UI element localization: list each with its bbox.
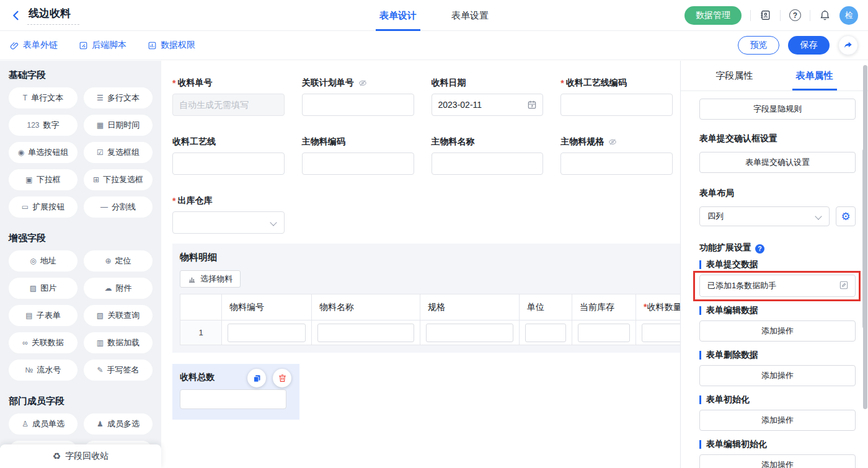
field-control[interactable] [432, 94, 544, 116]
sidebar-item[interactable]: ▨图片 [9, 278, 78, 299]
sidebar-item[interactable]: ✎手写签名 [84, 360, 153, 381]
field-control[interactable] [302, 94, 414, 116]
sidebar-item[interactable]: ▥数据加载 [84, 332, 153, 353]
selected-field-block[interactable]: 收料总数 [172, 364, 299, 420]
selected-field-input[interactable] [180, 390, 286, 408]
copy-field-button[interactable] [247, 369, 266, 387]
field-input[interactable] [432, 94, 543, 115]
form-layout-select[interactable]: 四列 [699, 206, 830, 226]
field-input[interactable] [432, 153, 543, 174]
form-field[interactable]: 关联计划单号 [302, 77, 414, 116]
field-control[interactable] [172, 94, 285, 116]
page-title[interactable]: 线边收料 [27, 6, 79, 25]
data-assistant-box[interactable]: 已添加1条数据助手 [699, 275, 856, 297]
help-badge-icon[interactable]: ? [755, 244, 764, 254]
avatar[interactable]: 检 [839, 6, 858, 25]
add-action-button[interactable]: 添加操作 [699, 454, 856, 468]
field-control[interactable] [432, 152, 544, 175]
sidebar-item[interactable]: ◎地址 [9, 250, 78, 272]
subform-cell-input[interactable] [525, 324, 566, 342]
tab-0[interactable]: 表单设计 [376, 0, 420, 31]
save-button[interactable]: 保存 [788, 36, 830, 55]
add-action-button[interactable]: 添加操作 [699, 365, 856, 386]
preview-button[interactable]: 预览 [738, 36, 779, 55]
field-control[interactable] [560, 152, 673, 175]
help-icon[interactable]: ? [789, 9, 801, 21]
field-control[interactable] [302, 152, 414, 175]
tab-1[interactable]: 表单设置 [448, 0, 492, 31]
field-control[interactable] [560, 94, 673, 116]
field-input[interactable] [561, 153, 672, 174]
edit-icon[interactable] [839, 280, 849, 292]
sidebar-item[interactable]: ▤子表单 [9, 305, 78, 326]
sidebar-item[interactable]: ▣下拉框 [9, 169, 78, 190]
form-field[interactable]: 主物料名称 [432, 136, 544, 175]
form-field[interactable]: 主物料编码 [302, 136, 414, 175]
back-button[interactable] [10, 9, 22, 22]
sidebar-item[interactable]: ♙成员单选 [9, 413, 78, 435]
sidebar-item[interactable]: ∞关联数据 [9, 332, 78, 353]
field-input[interactable] [561, 94, 672, 115]
field-visibility-rules-button[interactable]: 字段显隐规则 [699, 99, 856, 120]
required-star: * [172, 78, 175, 88]
panel-tab-1[interactable]: 表单属性 [774, 61, 854, 91]
sidebar-item[interactable]: T单行文本 [9, 87, 78, 108]
add-action-button[interactable]: 添加操作 [699, 320, 856, 342]
field-recycle-bin[interactable]: ♻ 字段回收站 [0, 444, 161, 468]
field-input[interactable] [173, 94, 284, 115]
field-library-sidebar: 基础字段T单行文本☰多行文本123数字▦日期时间◉单选按钮组☑复选框组▣下拉框⊞… [0, 61, 161, 468]
sidebar-item[interactable]: ♟成员多选 [84, 413, 153, 435]
share-button[interactable] [838, 35, 858, 55]
field-type-icon: ✎ [97, 366, 103, 374]
delete-field-button[interactable] [273, 369, 291, 387]
toolbar-link-0[interactable]: 表单外链 [10, 40, 58, 51]
field-label-text: 收料单号 [177, 77, 212, 89]
subform-section[interactable]: 物料明细 选择物料 物料编号物料名称规格单位当前库存*收料数量1 [172, 244, 680, 353]
sidebar-item[interactable]: ☁附件 [84, 278, 153, 299]
sidebar-item[interactable]: ☑复选框组 [84, 142, 153, 163]
toolbar-link-1[interactable]: 后端脚本 [79, 40, 126, 51]
subform-cell-input[interactable] [642, 324, 680, 342]
sidebar-item[interactable]: ☰多行文本 [84, 87, 153, 108]
form-field[interactable]: 收料日期 [432, 77, 544, 116]
submit-confirm-button[interactable]: 表单提交确认设置 [699, 152, 856, 173]
subform-cell-input[interactable] [426, 324, 513, 342]
field-input[interactable] [303, 94, 414, 115]
subform-column-header: *收料数量 [636, 294, 681, 320]
sidebar-item[interactable]: ▦日期时间 [84, 115, 153, 136]
form-field[interactable]: *收料工艺线编码 [560, 77, 673, 116]
sidebar-item[interactable]: №流水号 [9, 360, 78, 381]
subform-cell-input[interactable] [317, 324, 414, 342]
sidebar-item[interactable]: —分割线 [84, 196, 153, 218]
sidebar-item[interactable]: ◉单选按钮组 [9, 142, 78, 163]
subform-cell-input[interactable] [228, 324, 306, 342]
toolbar-link-2[interactable]: 数据权限 [148, 40, 195, 51]
data-manage-button[interactable]: 数据管理 [684, 6, 742, 25]
add-action-button[interactable]: 添加操作 [699, 410, 856, 431]
sidebar-item[interactable]: ⊞下拉复选框 [84, 169, 153, 190]
field-control[interactable] [172, 152, 285, 175]
sidebar-scrollbar[interactable] [863, 65, 867, 409]
field-type-icon: ▧ [97, 312, 104, 319]
sidebar-item[interactable]: ▧关联查询 [84, 305, 153, 326]
field-input[interactable] [303, 153, 414, 174]
form-field[interactable]: 主物料规格 [560, 136, 673, 175]
sidebar-item[interactable]: ▭扩展按钮 [9, 196, 78, 218]
form-field[interactable]: *出库仓库 [172, 195, 285, 234]
field-input[interactable] [173, 153, 284, 174]
form-field[interactable]: *收料单号 [172, 77, 285, 116]
field-control[interactable] [172, 211, 285, 234]
edit-icon[interactable] [839, 280, 849, 290]
panel-tab-0[interactable]: 字段属性 [694, 61, 774, 91]
subform-column-header: 规格 [420, 294, 520, 320]
ext-section-title: 表单初始化 [706, 394, 750, 405]
sidebar-item[interactable]: ⊕定位 [84, 250, 153, 272]
sidebar-item[interactable]: 123数字 [9, 115, 78, 136]
address-book-icon[interactable] [760, 9, 771, 21]
select-material-button[interactable]: 选择物料 [180, 270, 241, 288]
form-field[interactable]: 收料工艺线 [172, 136, 285, 175]
bell-icon[interactable] [819, 9, 831, 21]
sidebar-section-title: 增强字段 [9, 232, 153, 244]
subform-cell-input[interactable] [578, 324, 630, 342]
layout-settings-button[interactable]: ⚙ [836, 206, 856, 226]
